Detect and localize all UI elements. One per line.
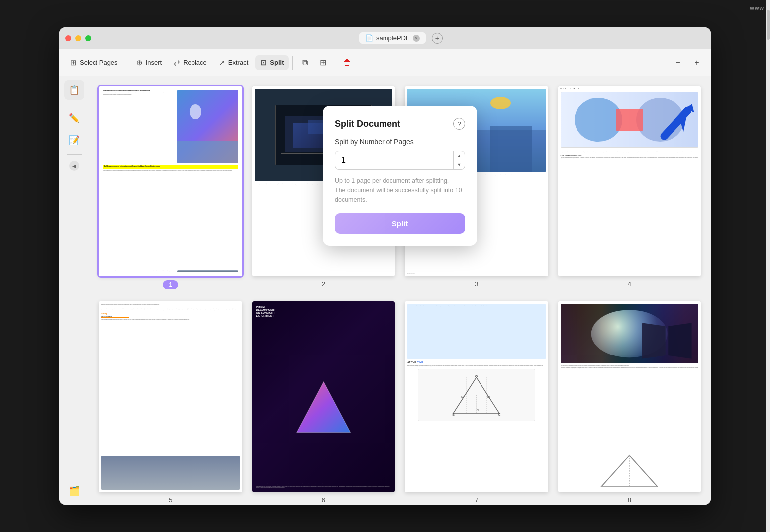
zoom-out-btn[interactable]: − bbox=[670, 55, 686, 71]
page-item-8[interactable]: This experiment can be repeated endlessl… bbox=[558, 301, 701, 503]
replace-icon: ⇄ bbox=[174, 58, 180, 67]
pages-count-input[interactable] bbox=[335, 152, 453, 169]
select-pages-label: Select Pages bbox=[80, 59, 118, 66]
insert-btn[interactable]: ⊕ Insert bbox=[131, 55, 167, 70]
svg-text:B: B bbox=[453, 413, 455, 416]
svg-text:M: M bbox=[461, 395, 464, 398]
dialog-help-btn[interactable]: ? bbox=[453, 118, 465, 130]
sidebar-divider-2 bbox=[67, 154, 82, 155]
dialog-input-row: ▲ ▼ bbox=[335, 151, 465, 170]
sidebar-pages-icon-bottom[interactable]: 🗂️ bbox=[64, 481, 84, 501]
split-btn[interactable]: ⊡ Split bbox=[255, 55, 289, 70]
split-icon: ⊡ bbox=[260, 58, 267, 67]
sidebar: 📋 ✏️ 📝 ◀ 🗂️ bbox=[59, 76, 89, 505]
dialog-title: Split Document bbox=[335, 119, 400, 129]
svg-text:M: M bbox=[487, 395, 490, 398]
sidebar-edit-btn[interactable]: ✏️ bbox=[64, 108, 84, 128]
maximize-button[interactable] bbox=[85, 35, 91, 41]
page-thumb-1[interactable]: Building environment information modelin… bbox=[99, 86, 242, 276]
tab-title: samplePDF bbox=[376, 34, 410, 42]
toolbar-right: − + bbox=[670, 55, 705, 71]
sidebar-divider-1 bbox=[67, 104, 82, 104]
dialog-spinner: ▲ ▼ bbox=[453, 151, 465, 169]
close-button[interactable] bbox=[65, 35, 71, 41]
split-dialog: Split Document ? Split by Number of Page… bbox=[323, 106, 477, 246]
page-thumb-8[interactable]: This experiment can be repeated endlessl… bbox=[558, 301, 701, 492]
split-confirm-btn[interactable]: Split bbox=[335, 213, 465, 234]
dialog-label: Split by Number of Pages bbox=[335, 138, 465, 146]
replace-btn[interactable]: ⇄ Replace bbox=[169, 55, 212, 70]
insert-label: Insert bbox=[146, 59, 162, 66]
page-number-8: 8 bbox=[628, 496, 631, 504]
traffic-lights bbox=[65, 35, 91, 41]
view-btn-2[interactable]: ⊞ bbox=[315, 55, 331, 71]
new-tab-btn[interactable]: + bbox=[432, 33, 443, 44]
title-bar: 📄 samplePDF × + www bbox=[59, 27, 711, 49]
extract-btn[interactable]: ↗ Extract bbox=[214, 55, 253, 70]
divider-2 bbox=[292, 56, 293, 70]
tab-icon: 📄 bbox=[365, 34, 373, 42]
page-thumb-7[interactable]: These studies laid the foundation for th… bbox=[405, 301, 548, 492]
spinner-up-btn[interactable]: ▲ bbox=[454, 151, 465, 160]
zoom-in-btn[interactable]: + bbox=[689, 55, 705, 71]
page-item-5[interactable]: Points also have dominant and recursive … bbox=[99, 301, 242, 503]
page-number-7: 7 bbox=[475, 496, 478, 504]
tab-close-btn[interactable]: × bbox=[413, 35, 420, 42]
sidebar-pages-btn[interactable]: 📋 bbox=[64, 80, 84, 100]
delete-btn[interactable]: 🗑 bbox=[339, 55, 355, 71]
sidebar-notes-btn[interactable]: 📝 bbox=[64, 130, 84, 150]
sidebar-collapse-btn[interactable]: ◀ bbox=[69, 161, 79, 171]
title-bar-center: 📄 samplePDF × + bbox=[97, 32, 705, 44]
page-item-7[interactable]: These studies laid the foundation for th… bbox=[405, 301, 548, 503]
page-number-4: 4 bbox=[628, 280, 631, 288]
page-item-6[interactable]: PRISMDECOMPOSITION SUNLIGHTEXPERIMENT bbox=[252, 301, 395, 503]
page-thumb-6[interactable]: PRISMDECOMPOSITION SUNLIGHTEXPERIMENT bbox=[252, 301, 395, 492]
insert-icon: ⊕ bbox=[136, 58, 143, 67]
divider-1 bbox=[127, 56, 127, 70]
minimize-button[interactable] bbox=[75, 35, 81, 41]
page-number-5: 5 bbox=[169, 496, 172, 504]
page-thumb-5[interactable]: Points also have dominant and recursive … bbox=[99, 301, 242, 492]
select-pages-btn[interactable]: ⊞ Select Pages bbox=[65, 55, 123, 70]
svg-marker-4 bbox=[297, 382, 350, 433]
page-thumb-4[interactable]: Basic Elements of Plane Space 1. KNOW TH… bbox=[558, 86, 701, 276]
toolbar: ⊞ Select Pages ⊕ Insert ⇄ Replace ↗ Extr… bbox=[59, 49, 711, 76]
page-number-3: 3 bbox=[475, 280, 478, 288]
divider-3 bbox=[335, 56, 335, 70]
svg-text:C: C bbox=[498, 413, 501, 416]
active-tab[interactable]: 📄 samplePDF × bbox=[359, 32, 426, 44]
dialog-info: Up to 1 page per document after splittin… bbox=[335, 177, 465, 204]
split-label: Split bbox=[270, 59, 284, 66]
extract-icon: ↗ bbox=[219, 58, 225, 67]
view-btn-1[interactable]: ⧉ bbox=[297, 55, 313, 71]
page-number-2: 2 bbox=[322, 280, 325, 288]
pages-grid[interactable]: Building environment information modelin… bbox=[89, 76, 711, 505]
svg-text:A: A bbox=[475, 375, 478, 378]
dialog-info-line1: Up to 1 page per document after splittin… bbox=[335, 177, 449, 184]
page-item-1[interactable]: Building environment information modelin… bbox=[99, 86, 242, 289]
page-number-1: 1 bbox=[163, 280, 178, 289]
dialog-header: Split Document ? bbox=[335, 118, 465, 130]
select-pages-icon: ⊞ bbox=[70, 58, 77, 67]
app-window: 📄 samplePDF × + www ⊞ Select Pages ⊕ Ins… bbox=[59, 27, 711, 505]
dialog-info-line2: The document will be successfully split … bbox=[335, 187, 453, 194]
spinner-down-btn[interactable]: ▼ bbox=[454, 160, 465, 169]
extract-label: Extract bbox=[228, 59, 248, 66]
main-content: 📋 ✏️ 📝 ◀ 🗂️ Building environment inf bbox=[59, 76, 711, 505]
replace-label: Replace bbox=[183, 59, 207, 66]
page-number-6: 6 bbox=[322, 496, 325, 504]
page-item-4[interactable]: Basic Elements of Plane Space 1. KNOW TH… bbox=[558, 86, 701, 289]
svg-text:N: N bbox=[477, 407, 479, 411]
